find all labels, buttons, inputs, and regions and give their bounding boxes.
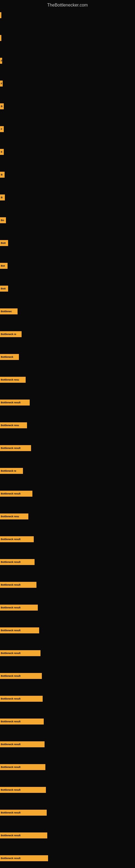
bar-label: Bottleneck result xyxy=(1,538,20,540)
bar-row: Bottleneck resu xyxy=(0,376,135,383)
bar-fill: Bot xyxy=(0,263,8,269)
bar-label: Bo xyxy=(1,219,4,222)
bar-fill: Bottleneck result xyxy=(0,810,47,816)
bar-fill: Bottleneck result xyxy=(0,536,34,542)
bar-fill: E xyxy=(0,149,4,155)
bar-row: Bottleneck result xyxy=(0,741,135,748)
bar-row: B xyxy=(0,103,135,110)
bar-fill: B xyxy=(0,194,5,200)
bar-row: Bottleneck xyxy=(0,353,135,361)
bar-label: Bottleneck result xyxy=(1,447,20,450)
bar-fill: Bottlenec xyxy=(0,308,17,314)
bar-row: Bot xyxy=(0,262,135,269)
bar-label: Bottleneck re xyxy=(1,333,16,336)
bar-fill: Bott xyxy=(0,240,8,246)
bar-row: Bottleneck re xyxy=(0,467,135,474)
bar-label: Bot xyxy=(1,265,5,267)
bar-row: Bottleneck result xyxy=(0,650,135,657)
bar-row: Bottleneck re xyxy=(0,331,135,338)
bar-fill: B xyxy=(0,172,5,178)
bar-row: Bottleneck result xyxy=(0,855,135,862)
bar-row: Bottleneck result xyxy=(0,673,135,680)
bar-fill: Bottleneck resu xyxy=(0,377,26,383)
bar-row: Bottleneck result xyxy=(0,604,135,611)
bar-row: E xyxy=(0,148,135,155)
bar-fill: Bottleneck re xyxy=(0,468,23,474)
bar-row: Bottleneck result xyxy=(0,444,135,452)
bar-row xyxy=(0,12,135,19)
bar-label: E xyxy=(1,151,2,153)
bar-label: Bottleneck result xyxy=(1,492,20,495)
main-container: TheBottlenecker.com FFBFEBBBoBottBotBott… xyxy=(0,0,135,868)
bar-label: Bottleneck result xyxy=(1,766,20,769)
bar-row: Bottleneck result xyxy=(0,399,135,406)
bar-fill: F xyxy=(0,58,2,64)
bar-fill: Bo xyxy=(0,217,6,223)
bar-row: B xyxy=(0,194,135,201)
bar-label: Bott xyxy=(1,242,6,244)
bar-fill: B xyxy=(0,103,4,109)
bar-label: Bottleneck resu xyxy=(1,424,19,427)
bar-fill xyxy=(0,35,1,41)
bar-label: Bottleneck result xyxy=(1,834,20,837)
bar-fill: Bottleneck re xyxy=(0,331,21,337)
bar-fill: Bottleneck resu xyxy=(0,514,28,520)
bar-fill: Bott xyxy=(0,286,8,291)
bar-label: Bottleneck result xyxy=(1,698,20,700)
bar-label: Bottleneck result xyxy=(1,857,20,860)
bar-fill: Bottleneck result xyxy=(0,741,45,747)
bar-row: Bott xyxy=(0,240,135,247)
bar-label: Bottleneck result xyxy=(1,401,20,404)
bar-label: Bottleneck result xyxy=(1,743,20,746)
bar-label: F xyxy=(1,82,2,85)
bar-label: Bottleneck result xyxy=(1,561,20,563)
bar-fill: Bottleneck result xyxy=(0,764,45,770)
bar-row: B xyxy=(0,171,135,178)
bar-label: Bottleneck result xyxy=(1,584,20,586)
bar-row xyxy=(0,34,135,41)
bar-label: Bottleneck result xyxy=(1,788,20,791)
bars-section: FFBFEBBBoBottBotBottBottlenecBottleneck … xyxy=(0,9,135,868)
bar-row: Bo xyxy=(0,217,135,224)
bar-label: B xyxy=(1,105,3,108)
bar-row: Bottleneck result xyxy=(0,809,135,816)
bar-label: Bottleneck result xyxy=(1,606,20,609)
bar-label: Bottleneck resu xyxy=(1,515,19,518)
bar-fill: Bottleneck result xyxy=(0,400,30,405)
bar-label: Bottleneck resu xyxy=(1,378,19,381)
bar-row: Bottleneck resu xyxy=(0,422,135,429)
bar-fill: Bottleneck result xyxy=(0,718,44,724)
site-title: TheBottlenecker.com xyxy=(0,0,135,9)
bar-row: Bottleneck result xyxy=(0,627,135,634)
bar-label: Bottleneck result xyxy=(1,811,20,814)
bar-fill: Bottleneck result xyxy=(0,787,46,793)
bar-row: Bottleneck result xyxy=(0,581,135,588)
bar-fill: Bottleneck result xyxy=(0,833,47,838)
bar-label: Bott xyxy=(1,287,6,290)
bar-label: Bottlenec xyxy=(1,310,12,313)
bar-row: Bottleneck result xyxy=(0,832,135,839)
bar-fill: F xyxy=(0,81,3,87)
bar-label: Bottleneck result xyxy=(1,629,20,632)
bar-fill xyxy=(0,12,1,18)
bar-fill: Bottleneck result xyxy=(0,673,42,679)
bar-row: Bottleneck result xyxy=(0,786,135,794)
bar-fill: Bottleneck result xyxy=(0,855,48,861)
bar-fill: Bottleneck result xyxy=(0,445,31,451)
bar-fill: Bottleneck result xyxy=(0,491,32,497)
bar-label: Bottleneck result xyxy=(1,675,20,677)
bar-label: Bottleneck re xyxy=(1,469,16,472)
bar-fill: Bottleneck result xyxy=(0,582,37,588)
bar-row: Bottleneck resu xyxy=(0,513,135,520)
bar-row: F xyxy=(0,57,135,64)
bar-row: Bottlenec xyxy=(0,308,135,315)
bar-label: B xyxy=(1,173,3,176)
bar-label: F xyxy=(1,128,2,130)
bar-row: Bott xyxy=(0,285,135,292)
bar-fill: F xyxy=(0,126,4,132)
bar-fill: Bottleneck result xyxy=(0,604,38,611)
bar-label: Bottleneck result xyxy=(1,720,20,723)
bar-label: F xyxy=(1,59,2,62)
bar-row: F xyxy=(0,80,135,87)
bar-fill: Bottleneck result xyxy=(0,559,35,565)
